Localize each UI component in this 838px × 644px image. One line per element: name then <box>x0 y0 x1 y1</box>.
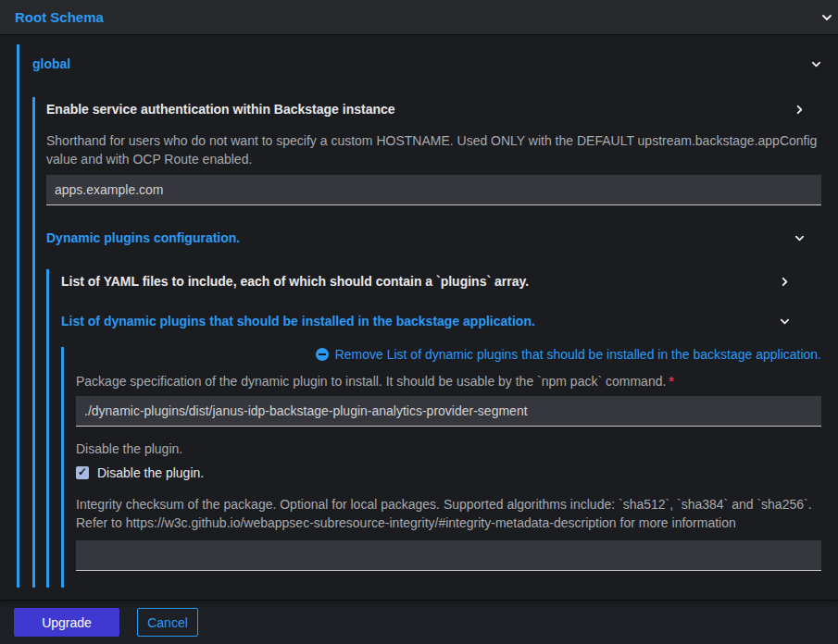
section-header-global[interactable]: global <box>32 44 821 85</box>
package-spec-input[interactable] <box>76 396 821 427</box>
package-spec-label: Package specification of the dynamic plu… <box>76 374 821 389</box>
required-asterisk: * <box>669 374 673 389</box>
disable-plugin-checkbox-row: Disable the plugin. <box>76 465 821 480</box>
row-enable-service-auth[interactable]: Enable service authentication within Bac… <box>46 97 821 121</box>
section-title-global: global <box>32 56 70 71</box>
form-footer: Upgrade Cancel <box>0 600 838 644</box>
remove-plugin-link[interactable]: Remove List of dynamic plugins that shou… <box>335 347 821 362</box>
plugin-list-body: Remove List of dynamic plugins that shou… <box>61 347 821 588</box>
upgrade-button[interactable]: Upgrade <box>14 608 119 637</box>
integrity-description: Integrity checksum of the package. Optio… <box>76 496 821 532</box>
chevron-down-icon[interactable] <box>821 12 832 23</box>
dynamic-plugins-body: List of YAML files to include, each of w… <box>46 269 821 588</box>
section-header-dynamic-plugins[interactable]: Dynamic plugins configuration. <box>46 226 821 250</box>
root-schema-title: Root Schema <box>15 9 104 25</box>
host-input[interactable] <box>46 175 821 205</box>
row-plugin-list[interactable]: List of dynamic plugins that should be i… <box>61 309 821 333</box>
integrity-input[interactable] <box>76 540 821 571</box>
minus-circle-icon[interactable] <box>316 348 329 361</box>
cancel-button[interactable]: Cancel <box>137 608 198 637</box>
yaml-files-label: List of YAML files to include, each of w… <box>61 274 529 289</box>
package-spec-label-text: Package specification of the dynamic plu… <box>76 374 666 389</box>
disable-plugin-checkbox[interactable] <box>76 466 89 479</box>
row-yaml-files[interactable]: List of YAML files to include, each of w… <box>61 269 821 293</box>
remove-plugin-row: Remove List of dynamic plugins that shou… <box>76 347 821 362</box>
global-section-body: Enable service authentication within Bac… <box>32 97 821 588</box>
chevron-down-icon[interactable] <box>811 59 821 69</box>
chevron-right-icon[interactable] <box>794 105 805 115</box>
disable-plugin-group-label: Disable the plugin. <box>76 441 821 456</box>
schema-form: Root Schema global Enable service authen… <box>0 0 838 644</box>
chevron-right-icon[interactable] <box>780 277 790 287</box>
host-description: Shorthand for users who do not want to s… <box>46 132 821 168</box>
disable-plugin-checkbox-label: Disable the plugin. <box>97 465 204 480</box>
enable-service-auth-label: Enable service authentication within Bac… <box>46 102 395 117</box>
root-schema-header[interactable]: Root Schema <box>0 0 838 35</box>
chevron-down-icon[interactable] <box>780 316 790 327</box>
plugin-list-title: List of dynamic plugins that should be i… <box>61 314 535 328</box>
form-content: global Enable service authentication wit… <box>0 35 838 600</box>
chevron-down-icon[interactable] <box>794 233 805 243</box>
dynamic-plugins-title: Dynamic plugins configuration. <box>46 230 240 245</box>
root-schema-section: global Enable service authentication wit… <box>17 44 821 588</box>
